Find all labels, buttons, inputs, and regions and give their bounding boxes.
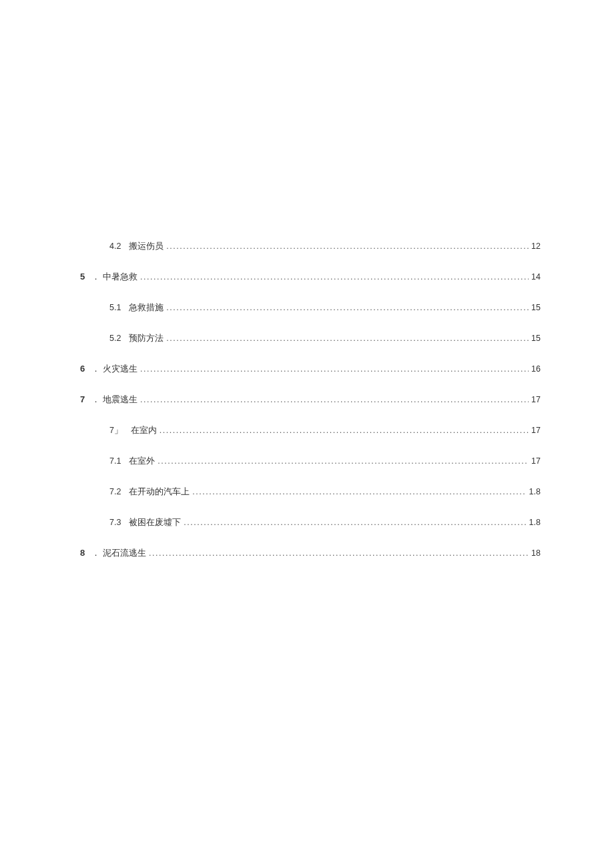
toc-number: 7」 (109, 425, 123, 436)
toc-page-number: 15 (531, 303, 541, 312)
toc-page-number: 15 (531, 334, 541, 343)
toc-separator: ． (91, 547, 100, 559)
toc-page-number: 17 (531, 395, 541, 404)
toc-number: 7.3 (109, 518, 121, 527)
toc-page-number: 12 (531, 242, 541, 251)
toc-leader-dots (140, 364, 529, 374)
toc-number: 7 (80, 394, 85, 404)
toc-title: 火灾逃生 (103, 363, 137, 375)
toc-title: 急救措施 (129, 302, 164, 314)
toc-entry: 5 ． 中暑急救 14 (80, 271, 541, 283)
toc-leader-dots (166, 303, 529, 313)
toc-entry: 4.2 搬运伤员 12 (109, 240, 541, 252)
toc-number: 7.2 (109, 487, 121, 496)
toc-page-number: 17 (531, 456, 541, 466)
toc-leader-dots (166, 242, 529, 252)
toc-title: 搬运伤员 (129, 240, 164, 252)
toc-entry: 7 ． 地震逃生 17 (80, 394, 541, 406)
toc-leader-dots (140, 272, 529, 282)
toc-entry: 7.2 在开动的汽车上 1.8 (109, 486, 541, 498)
toc-separator: ． (91, 363, 100, 375)
toc-title: 在开动的汽车上 (129, 486, 190, 498)
toc-entry: 7」 在室内 17 (109, 424, 541, 436)
toc-entry: 5.2 预防方法 15 (109, 332, 541, 344)
toc-title: 在室外 (129, 455, 155, 467)
toc-leader-dots (166, 334, 529, 344)
toc-title: 地震逃生 (103, 394, 137, 406)
toc-separator: ． (91, 394, 100, 406)
toc-entry: 7.1 在室外 17 (109, 455, 541, 467)
toc-entry: 6 ． 火灾逃生 16 (80, 363, 541, 375)
toc-title: 预防方法 (129, 332, 164, 344)
document-page: 4.2 搬运伤员 12 5 ． 中暑急救 14 5.1 急救措施 15 5.2 … (0, 0, 614, 559)
toc-page-number: 17 (531, 426, 541, 435)
toc-number: 5.1 (109, 303, 121, 312)
toc-page-number: 14 (531, 272, 541, 282)
toc-title: 被困在废墟下 (129, 516, 181, 528)
toc-page-number: 1.8 (529, 487, 541, 496)
toc-leader-dots (184, 518, 526, 528)
toc-leader-dots (140, 395, 529, 405)
toc-number: 5 (80, 272, 85, 282)
toc-title: 泥石流逃生 (103, 547, 146, 559)
toc-leader-dots (158, 456, 529, 466)
toc-entry: 7.3 被困在废墟下 1.8 (109, 516, 541, 528)
toc-number: 8 (80, 548, 85, 558)
toc-number: 7.1 (109, 456, 121, 466)
toc-leader-dots (149, 548, 529, 558)
toc-title: 在室内 (131, 424, 157, 436)
toc-entry: 5.1 急救措施 15 (109, 302, 541, 314)
toc-separator: ． (91, 271, 100, 283)
toc-number: 5.2 (109, 334, 121, 343)
toc-leader-dots (160, 426, 529, 436)
toc-entry: 8 ． 泥石流逃生 18 (80, 547, 541, 559)
toc-page-number: 16 (531, 364, 541, 374)
toc-title: 中暑急救 (103, 271, 137, 283)
toc-page-number: 18 (531, 548, 541, 558)
toc-leader-dots (192, 487, 526, 497)
toc-page-number: 1.8 (529, 518, 541, 527)
toc-number: 4.2 (109, 242, 121, 251)
toc-number: 6 (80, 364, 85, 374)
